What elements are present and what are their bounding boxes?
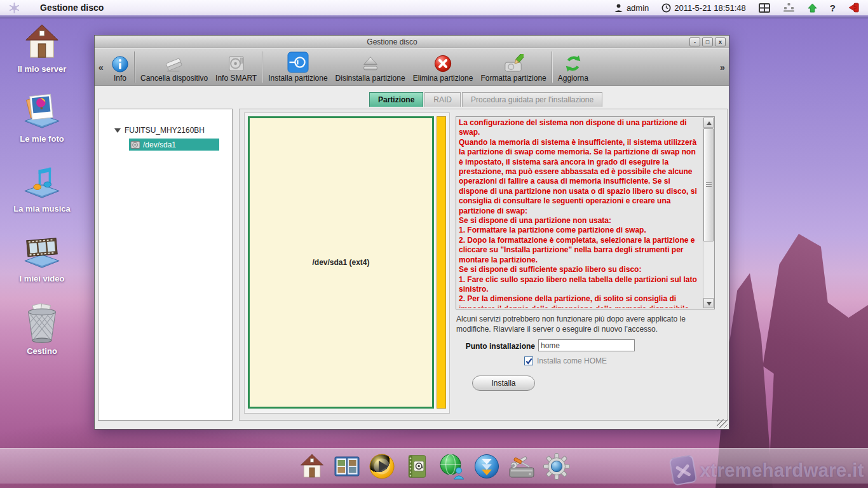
- photos-icon: [22, 93, 62, 131]
- window-resize-grip[interactable]: [717, 419, 728, 428]
- dock-disk-utilities-icon[interactable]: [507, 452, 536, 481]
- watermark: xtremehardware.it: [671, 456, 864, 484]
- eraser-icon: [164, 51, 184, 74]
- tool-unmount-partition[interactable]: Disinstalla partizione: [332, 49, 409, 85]
- logout-icon[interactable]: [848, 3, 859, 13]
- mount-point-input[interactable]: [538, 339, 635, 351]
- dock-media-player-icon[interactable]: [367, 452, 397, 481]
- dock-address-book-icon[interactable]: [402, 452, 431, 481]
- minimize-button[interactable]: -: [689, 37, 700, 46]
- tool-info[interactable]: Info: [107, 49, 133, 85]
- mount-plug-icon: [287, 51, 309, 74]
- partition-block-label: /dev/sda1 (ext4): [312, 258, 369, 267]
- tab-install-wizard[interactable]: Procedura guidata per l'installazione: [462, 92, 602, 107]
- desktop-icon-label: I miei video: [5, 274, 79, 283]
- tab-raid[interactable]: RAID: [424, 92, 461, 107]
- desktop-icon-label: Le mie foto: [5, 134, 79, 144]
- tool-mount-partition[interactable]: Installa partizione: [264, 49, 331, 85]
- home-checkbox-row: Installa come HOME: [524, 356, 607, 365]
- home-icon: [22, 23, 62, 61]
- dock-photo-album-icon[interactable]: [332, 452, 362, 481]
- expand-arrow-icon[interactable]: [114, 128, 121, 133]
- service-notice-text: Alcuni servizi potrebbero non funzionare…: [456, 314, 712, 334]
- format-pencil-icon: [503, 51, 524, 74]
- clock-icon: [661, 3, 671, 13]
- watermark-text: xtremehardware.it: [700, 460, 864, 481]
- tree-partition-node-selected[interactable]: /dev/sda1: [129, 139, 219, 151]
- tab-partition[interactable]: Partizione: [369, 92, 423, 107]
- help-scrollbar[interactable]: [703, 118, 714, 308]
- topbar-divider: [0, 15, 868, 18]
- disk-management-window: Gestione disco - □ x « Info Cancella dis…: [94, 35, 729, 430]
- scroll-down-icon[interactable]: [703, 298, 714, 308]
- scroll-up-icon[interactable]: [703, 118, 714, 128]
- partition-map: /dev/sda1 (ext4): [244, 112, 450, 414]
- help-button[interactable]: ?: [830, 3, 836, 13]
- partition-name: /dev/sda1: [143, 140, 176, 149]
- delete-icon: [433, 51, 452, 74]
- install-as-home-checkbox[interactable]: [524, 356, 533, 365]
- username: admin: [627, 3, 649, 13]
- hdd-icon: [227, 51, 246, 74]
- dock-download-icon[interactable]: [472, 452, 501, 481]
- tab-bar: Partizione RAID Procedura guidata per l'…: [369, 92, 604, 107]
- tool-delete-partition[interactable]: Elimina partizione: [409, 49, 477, 85]
- datetime: 2011-5-21 18:51:48: [674, 3, 746, 13]
- swap-help-box: La configurazione del sistema non dispon…: [456, 116, 715, 309]
- device-tree-panel: FUJITSU_MHY2160BH /dev/sda1: [98, 109, 233, 421]
- free-space-block[interactable]: [437, 116, 446, 409]
- clock-area: 2011-5-21 18:51:48: [661, 3, 746, 13]
- mount-point-label: Punto installazione: [449, 342, 535, 351]
- toolbar-scroll-right[interactable]: »: [716, 49, 729, 85]
- swap-help-text: La configurazione del sistema non dispon…: [459, 118, 702, 308]
- desktop-icon-my-videos[interactable]: I miei video: [5, 233, 79, 283]
- desktop-icon-my-music[interactable]: La mia musica: [5, 163, 79, 214]
- desktop-icon-label: Il mio server: [5, 64, 79, 74]
- user-menu[interactable]: admin: [614, 3, 649, 13]
- desktop-icon-label: La mia musica: [5, 204, 79, 214]
- scrollbar-thumb[interactable]: [703, 128, 714, 241]
- info-icon: [111, 51, 129, 74]
- refresh-icon: [564, 51, 583, 74]
- tool-smart-info[interactable]: Info SMART: [212, 49, 261, 85]
- toolbar: « Info Cancella dispositivo Info SMART: [95, 49, 729, 86]
- watermark-logo-icon: [668, 454, 697, 486]
- toolbar-scroll-left[interactable]: «: [95, 49, 107, 85]
- desktop-icon-my-server[interactable]: Il mio server: [5, 23, 79, 74]
- tool-format-partition[interactable]: Formatta partizione: [477, 49, 550, 85]
- top-bar: Gestione disco admin 2011-5-21 18:51:48 …: [0, 0, 868, 15]
- system-logo-icon: [9, 3, 20, 13]
- user-icon: [614, 3, 623, 13]
- upgrade-icon[interactable]: [808, 3, 817, 13]
- partition-block-sda1[interactable]: /dev/sda1 (ext4): [248, 116, 434, 409]
- tool-erase-device[interactable]: Cancella dispositivo: [137, 49, 212, 85]
- trash-icon: [22, 302, 62, 343]
- videos-icon: [22, 233, 62, 271]
- dock-network-sharing-icon[interactable]: [437, 452, 466, 481]
- install-button[interactable]: Installa: [472, 376, 535, 391]
- music-icon: [22, 163, 62, 201]
- install-as-home-label: Installa come HOME: [537, 356, 607, 365]
- close-button[interactable]: x: [715, 37, 726, 46]
- network-status-icon[interactable]: [783, 3, 795, 12]
- maximize-button[interactable]: □: [702, 37, 713, 46]
- desktop-icon-label: Cestino: [5, 346, 79, 356]
- disk-icon: [130, 140, 141, 150]
- partition-detail-panel: /dev/sda1 (ext4) La configurazione del s…: [239, 109, 728, 421]
- tree-device-node[interactable]: FUJITSU_MHY2160BH: [114, 126, 205, 135]
- window-switcher-icon[interactable]: [759, 3, 770, 13]
- window-titlebar[interactable]: Gestione disco - □ x: [95, 36, 729, 48]
- desktop: Gestione disco admin 2011-5-21 18:51:48 …: [0, 0, 868, 488]
- active-app-title: Gestione disco: [40, 3, 104, 13]
- window-title: Gestione disco: [95, 37, 689, 46]
- dock-home-icon[interactable]: [297, 452, 327, 481]
- dock-settings-gear-icon[interactable]: [542, 452, 571, 481]
- device-name: FUJITSU_MHY2160BH: [125, 126, 205, 135]
- desktop-icon-my-photos[interactable]: Le mie foto: [5, 93, 79, 144]
- desktop-icon-trash[interactable]: Cestino: [5, 302, 79, 356]
- tool-refresh[interactable]: Aggiorna: [554, 49, 592, 85]
- eject-icon: [361, 51, 380, 74]
